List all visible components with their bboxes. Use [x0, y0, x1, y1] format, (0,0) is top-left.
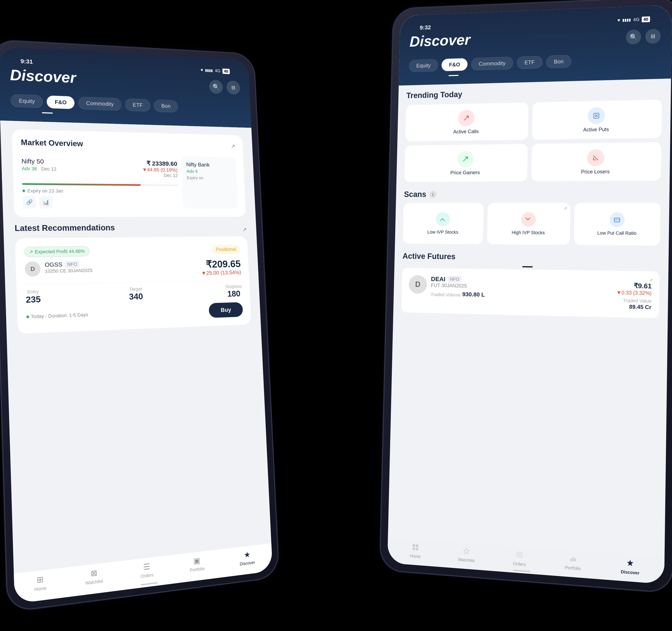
price-gainers-icon [457, 151, 474, 167]
stock-price: ₹209.65 [200, 258, 241, 270]
tab-commodity-right[interactable]: Commodity [471, 57, 513, 70]
scans-info-icon[interactable]: ℹ [429, 191, 437, 198]
nifty50-price: ₹ 23389.60 [142, 160, 177, 167]
recommendations-expand[interactable]: ↗ [242, 226, 247, 233]
svg-rect-7 [413, 547, 415, 550]
nav-portfolio-left[interactable]: ▣ Portfolio [189, 555, 205, 573]
nav-home-left[interactable]: ⊞ Home [34, 574, 47, 592]
nifty-bank-name: Nifty Bank [186, 161, 231, 168]
svg-rect-8 [416, 547, 418, 550]
battery-icon-left: 40 [222, 69, 230, 74]
stock-tag: NFO [65, 261, 80, 268]
tab-bond-left[interactable]: Bon [154, 99, 178, 113]
traded-value-label: Traded Value [616, 298, 651, 304]
phone-left-content: 9:31 ♥ ▮▮▮▮ 4G 40 Discover 🔍 [0, 47, 272, 604]
signal-icon-right: ▮▮▮▮ [622, 18, 631, 22]
futures-expand-icon[interactable]: ↗ [649, 278, 653, 283]
battery-icon-right: 40 [642, 16, 650, 22]
nav-orders-right[interactable]: Orders [513, 551, 526, 567]
high-ivp-label: High IVP Stocks [511, 230, 545, 235]
watchlist-icon-right [463, 547, 470, 557]
active-calls-icon [458, 110, 475, 126]
nifty-bank-expiry: Expiry on [187, 176, 232, 181]
status-time-right: 9:32 [420, 24, 431, 31]
chart-button[interactable]: 📊 [39, 196, 53, 209]
nav-home-label-right: Home [410, 554, 421, 559]
scans-section: Scans ℹ Low IVP Stocks [395, 189, 670, 250]
tab-bond-right[interactable]: Bon [546, 55, 571, 68]
target-label: Target [129, 286, 143, 292]
wallet-icon-right: ⊟ [651, 33, 655, 39]
scans-expand-icon[interactable]: ↗ [563, 206, 567, 211]
search-button-right[interactable]: 🔍 [626, 29, 641, 45]
nav-home-right[interactable]: Home [410, 543, 421, 559]
network-icon-right: 4G [633, 17, 640, 22]
nifty-bank-section: Nifty Bank Adv 4 Expiry on [181, 156, 238, 209]
link-button[interactable]: 🔗 [22, 196, 36, 209]
nifty50-row: Nifty 50 Adv 38 Dec 12 ₹ 23389.60 ▼44.85… [21, 153, 178, 183]
active-puts-icon [587, 107, 605, 124]
wallet-button-right[interactable]: ⊟ [645, 28, 661, 44]
trending-active-puts[interactable]: Active Puts [532, 99, 662, 140]
trending-active-calls[interactable]: Active Calls [405, 102, 529, 142]
nav-portfolio-label-left: Portfolio [190, 566, 205, 573]
nifty50-expiry: Expiry on 23 Jan [22, 188, 178, 194]
tab-fo-left[interactable]: F&O [47, 95, 75, 109]
search-button-left[interactable]: 🔍 [209, 79, 223, 94]
svg-rect-14 [574, 558, 575, 561]
tab-fo-right[interactable]: F&O [441, 58, 468, 71]
trade-details: Entry 235 Target 340 Stoploss 180 [25, 280, 242, 305]
nav-watchlist-right[interactable]: Watchlist [458, 546, 475, 563]
scan-low-ivp[interactable]: Low IVP Stocks [403, 203, 484, 244]
nifty50-change: ▼44.85 (0.19%) [142, 167, 178, 173]
scan-low-pcr[interactable]: Low Put Call Ratio [574, 203, 661, 246]
low-ivp-label: Low IVP Stocks [427, 229, 458, 235]
traded-vol-value: 930.80 L [462, 291, 485, 298]
bottom-nav-right: Home Watchlist [387, 537, 665, 584]
stoploss-value: 180 [225, 289, 242, 299]
wallet-button-left[interactable]: ⊟ [226, 80, 240, 95]
expiry-dot [22, 189, 25, 192]
scans-grid: Low IVP Stocks High IVP Stocks ↗ [403, 203, 661, 246]
positional-badge: Positional [212, 244, 240, 254]
trending-price-gainers[interactable]: Price Gainers [404, 144, 528, 182]
bottom-nav-left: ⊞ Home ⊠ Watchlist ☰ Orders ▣ Portfolio … [14, 543, 273, 604]
profit-badge: ↗ Expected Profit 44.68% [24, 246, 90, 257]
tab-etf-left[interactable]: ETF [125, 98, 150, 112]
phone-left-body: Market Overview ↗ Nifty 50 Adv 38 Dec 12 [0, 120, 263, 374]
futures-item-deai[interactable]: D DEAI NFO FUT 30JAN2025 Traded Volume 9… [408, 275, 652, 311]
nav-watchlist-left[interactable]: ⊠ Watchlist [85, 567, 103, 586]
traded-vol-label: Traded Volume [431, 292, 460, 298]
market-expand-icon[interactable]: ↗ [231, 143, 235, 150]
recommendations-section: Latest Recommendations ↗ [15, 223, 247, 233]
nifty50-adv-dec: Adv 38 Dec 12 [22, 166, 56, 172]
nifty50-progress [22, 183, 178, 186]
discover-title-left: Discover [10, 66, 76, 86]
trending-price-losers[interactable]: Price Losers [531, 142, 662, 181]
tab-equity-left[interactable]: Equity [10, 94, 43, 108]
profit-arrow-icon: ↗ [29, 249, 33, 255]
active-calls-label: Active Calls [453, 128, 479, 135]
nav-discover-right[interactable]: Discover [621, 558, 640, 576]
network-icon-left: 4G [215, 68, 220, 73]
nav-discover-left[interactable]: ★ Discover [239, 550, 255, 567]
scan-high-ivp[interactable]: High IVP Stocks ↗ [487, 203, 570, 245]
tab-etf-right[interactable]: ETF [517, 56, 543, 69]
high-ivp-icon [521, 212, 536, 227]
nifty50-section: Nifty 50 Adv 38 Dec 12 ₹ 23389.60 ▼44.85… [21, 153, 179, 209]
phone-right: 9:32 ♥ ▮▮▮▮ 4G 40 Discover 🔍 [380, 0, 672, 592]
tab-commodity-left[interactable]: Commodity [78, 97, 122, 111]
orders-icon-right [515, 551, 523, 561]
nav-home-label-left: Home [34, 585, 46, 592]
svg-rect-6 [416, 544, 418, 547]
nav-orders-left[interactable]: ☰ Orders [140, 561, 153, 579]
nav-portfolio-right[interactable]: Portfolio [565, 554, 581, 571]
tab-equity-right[interactable]: Equity [409, 59, 438, 72]
active-futures-indicator [522, 266, 533, 267]
nav-discover-label-right: Discover [621, 569, 640, 576]
buy-button[interactable]: Buy [209, 302, 243, 318]
stock-change: ▼25.00 (13.54%) [201, 269, 241, 276]
futures-avatar-deai: D [409, 275, 427, 294]
positional-text: Positional [216, 247, 236, 252]
futures-info-deai: DEAI NFO FUT 30JAN2025 Traded Volume 930… [431, 275, 612, 301]
